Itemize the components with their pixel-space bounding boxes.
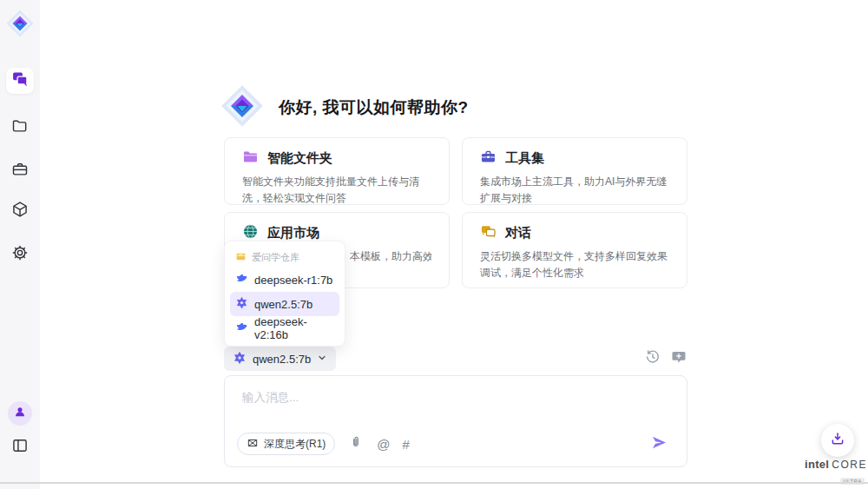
chevron-down-icon [317, 353, 327, 366]
sidebar [0, 0, 40, 489]
card-title: 应用市场 [267, 225, 319, 241]
app-window: 你好, 我可以如何帮助你? 智能文件夹 智能文件夹功能支持批量文件上传与清洗，轻… [0, 0, 868, 489]
toolbox-icon [480, 149, 496, 169]
model-selector-value: qwen2.5:7b [253, 353, 311, 366]
new-chat-button[interactable] [670, 350, 687, 367]
model-option-deepseek-v2[interactable]: deepseek-v2:16b [230, 316, 339, 340]
card-description: 集成市场上主流工具，助力AI与外界无缝扩展与对接 [480, 174, 669, 205]
chat-icon [11, 70, 29, 91]
sidebar-item-folders[interactable] [6, 115, 34, 141]
greeting-title: 你好, 我可以如何帮助你? [279, 96, 469, 119]
user-avatar[interactable] [8, 401, 32, 426]
briefcase-icon [11, 161, 29, 182]
model-selector[interactable]: qwen2.5:7b [224, 347, 336, 371]
window-bottom-edge [0, 482, 868, 484]
card-title: 智能文件夹 [267, 150, 332, 167]
deepseek-icon [235, 272, 248, 287]
model-selector-row: qwen2.5:7b [224, 347, 687, 371]
new-chat-icon [671, 349, 687, 368]
message-composer: 深度思考(R1) @ # [224, 375, 687, 467]
qwen-icon [233, 351, 247, 367]
folder-icon [11, 117, 29, 138]
model-option-deepseek-r1[interactable]: deepseek-r1:7b [230, 268, 339, 292]
paperclip-icon [349, 435, 363, 453]
model-group-label: 爱问学仓库 [252, 251, 299, 264]
history-icon [645, 349, 661, 368]
feature-card-toolset[interactable]: 工具集 集成市场上主流工具，助力AI与外界无缝扩展与对接 [462, 137, 687, 205]
smart-folder-icon [242, 149, 259, 169]
mention-button[interactable]: @ [377, 438, 390, 451]
model-option-label: deepseek-v2:16b [254, 315, 334, 341]
model-dropdown: 爱问学仓库 deepseek-r1:7b qwen2.5:7b [224, 241, 345, 347]
history-button[interactable] [644, 350, 661, 367]
hash-icon: # [403, 437, 410, 452]
app-logo-icon [5, 9, 35, 38]
attach-file-button[interactable] [347, 435, 365, 453]
deep-think-toggle[interactable]: 深度思考(R1) [237, 433, 335, 455]
card-description: 灵活切换多模型文件，支持多样回复效果调试，满足个性化需求 [480, 248, 669, 281]
model-option-label: qwen2.5:7b [254, 298, 312, 311]
sidebar-collapse-button[interactable] [6, 434, 34, 460]
feature-card-dialog[interactable]: 对话 灵活切换多模型文件，支持多样回复效果调试，满足个性化需求 [462, 212, 687, 288]
warehouse-icon [235, 251, 247, 264]
model-option-qwen[interactable]: qwen2.5:7b [230, 292, 339, 316]
download-button[interactable] [821, 424, 854, 457]
qwen-icon [235, 296, 248, 312]
user-avatar-icon [13, 405, 27, 422]
cube-icon [11, 201, 29, 221]
deepseek-icon [235, 320, 248, 336]
greeting-logo-icon [220, 83, 265, 132]
conversation-tools [644, 350, 687, 367]
sidebar-item-settings[interactable] [6, 241, 34, 268]
settings-icon [11, 244, 29, 265]
core-wordmark: core [832, 459, 867, 471]
deep-think-label: 深度思考(R1) [264, 437, 326, 452]
intel-wordmark: intel [805, 458, 829, 471]
hash-button[interactable]: # [403, 438, 410, 451]
composer-toolbar: 深度思考(R1) @ # [237, 432, 674, 456]
card-description: 智能文件夹功能支持批量文件上传与清洗，轻松实现文件问答 [242, 174, 431, 205]
model-option-label: deepseek-r1:7b [254, 274, 332, 287]
greeting-row: 你好, 我可以如何帮助你? [220, 83, 469, 132]
feature-card-smart-folder[interactable]: 智能文件夹 智能文件夹功能支持批量文件上传与清洗，轻松实现文件问答 [224, 137, 450, 205]
model-group-header: 爱问学仓库 [230, 247, 339, 268]
card-title: 对话 [505, 225, 531, 241]
message-input[interactable] [237, 387, 674, 432]
deep-think-icon [247, 437, 259, 452]
mention-icon: @ [377, 437, 390, 452]
dialog-icon [480, 223, 496, 243]
panel-toggle-icon [11, 437, 29, 458]
send-button[interactable] [651, 434, 667, 454]
card-title: 工具集 [505, 150, 544, 167]
sidebar-item-toolbox[interactable] [6, 158, 34, 184]
send-icon [651, 434, 667, 454]
download-icon [830, 431, 845, 450]
sidebar-item-chat[interactable] [6, 68, 34, 94]
sidebar-item-models[interactable] [6, 198, 34, 224]
